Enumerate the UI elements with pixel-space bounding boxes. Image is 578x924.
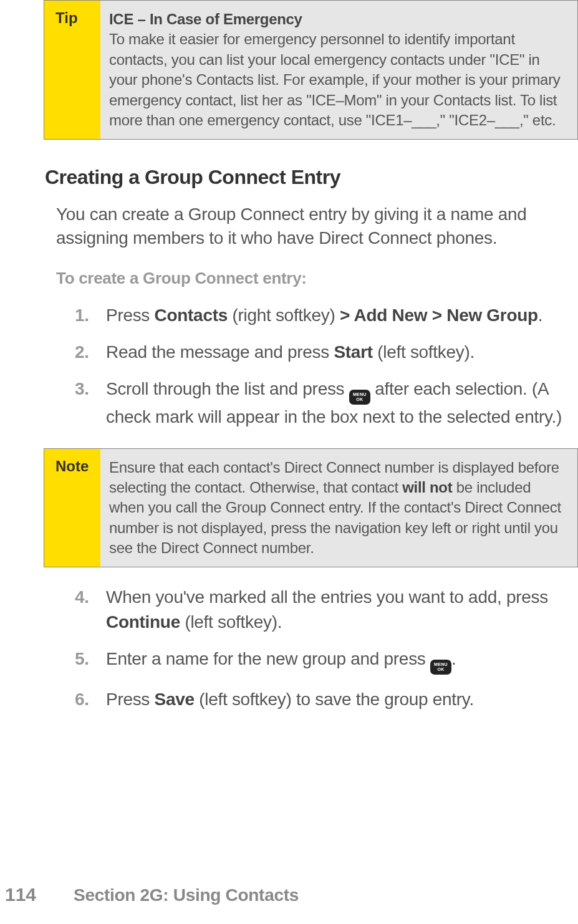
page-number: 114 [5,884,36,905]
step-4: 4. When you've marked all the entries yo… [75,585,572,633]
step-number: 4. [75,585,89,609]
tip-body: ICE – In Case of Emergency To make it ea… [100,1,577,139]
tip-text: To make it easier for emergency personne… [109,31,561,128]
step-number: 2. [75,340,89,364]
step-number: 6. [75,687,89,711]
menu-ok-icon: MENUOK [349,390,370,405]
tip-label: Tip [44,1,100,139]
step-text: Enter a name for the new group and press [106,649,430,668]
menu-ok-line2: OK [437,667,444,672]
step-bold: Save [155,690,195,709]
subhead: To create a Group Connect entry: [56,269,578,288]
step-bold: > Add New > New Group [340,306,538,325]
intro-paragraph: You can create a Group Connect entry by … [56,203,572,250]
step-text: (left softkey). [180,612,282,632]
menu-ok-line2: OK [356,397,363,402]
menu-ok-line1: MENU [434,662,448,667]
menu-ok-line1: MENU [353,392,367,397]
section-heading: Creating a Group Connect Entry [45,166,578,189]
step-text: (left softkey) to save the group entry. [195,690,474,709]
note-label: Note [44,449,100,567]
step-number: 5. [75,647,89,671]
step-text: Read the message and press [106,342,334,362]
footer-section: Section 2G: Using Contacts [74,885,299,905]
step-text: . [451,649,456,668]
step-text: (left softkey). [373,342,474,362]
step-number: 3. [75,377,89,401]
menu-ok-icon: MENUOK [430,660,451,675]
note-body: Ensure that each contact's Direct Connec… [100,449,577,567]
page-footer: 114 Section 2G: Using Contacts [0,884,578,905]
step-bold: Continue [106,612,180,632]
step-text: Press [106,690,155,709]
step-text: Press [106,306,155,325]
step-bold: Start [334,342,372,362]
step-3: 3. Scroll through the list and press MEN… [75,377,572,429]
steps-list-a: 1. Press Contacts (right softkey) > Add … [75,303,572,430]
step-5: 5. Enter a name for the new group and pr… [75,647,572,675]
step-6: 6. Press Save (left softkey) to save the… [75,687,572,711]
tip-title: ICE – In Case of Emergency [109,9,564,29]
step-text: When you've marked all the entries you w… [106,587,548,607]
tip-callout: Tip ICE – In Case of Emergency To make i… [44,0,578,140]
note-callout: Note Ensure that each contact's Direct C… [44,448,578,568]
step-2: 2. Read the message and press Start (lef… [75,340,572,364]
step-bold: Contacts [155,306,228,325]
step-number: 1. [75,303,89,327]
step-1: 1. Press Contacts (right softkey) > Add … [75,303,572,327]
step-text: (right softkey) [228,306,340,325]
page: Tip ICE – In Case of Emergency To make i… [0,0,578,924]
step-text: Scroll through the list and press [106,379,349,398]
steps-list-b: 4. When you've marked all the entries yo… [75,585,572,711]
note-bold: will not [402,479,452,496]
step-text: . [538,306,542,325]
